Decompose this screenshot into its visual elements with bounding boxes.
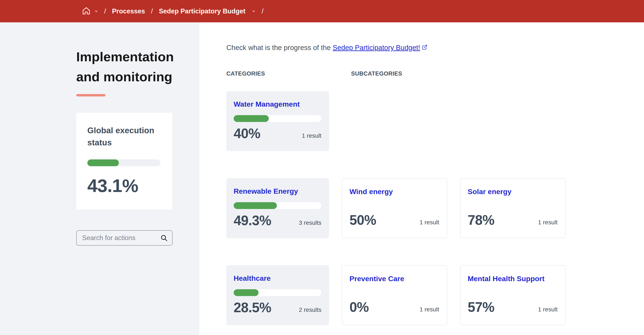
subcategory-card-mental-health-support[interactable]: Mental Health Support 57% 1 result: [460, 265, 566, 325]
category-progress-value: 40%: [234, 126, 260, 141]
subcategory-progress-value: 78%: [468, 212, 494, 228]
search-actions: [76, 230, 172, 246]
breadcrumb-home-link[interactable]: [82, 6, 98, 16]
global-execution-status-card: Global execution status 43.1%: [76, 113, 172, 210]
breadcrumb: / Processes / Sedep Participatory Budget…: [82, 6, 264, 16]
breadcrumb-separator: /: [262, 7, 264, 15]
subcategory-card-wind-energy[interactable]: Wind energy 50% 1 result: [342, 178, 447, 238]
chevron-down-icon[interactable]: [252, 9, 256, 13]
categories-header: CATEGORIES: [226, 70, 265, 77]
category-progress-bar: [234, 289, 321, 296]
global-progress-value: 43.1%: [87, 175, 160, 196]
process-progress-link[interactable]: Sedep Participatory Budget!: [333, 44, 428, 51]
main-content: Check what is the progress of the Sedep …: [199, 22, 644, 335]
category-results-count: 1 result: [302, 132, 321, 141]
category-progress-value: 28.5%: [234, 300, 271, 316]
category-progress-value: 49.3%: [234, 213, 271, 228]
subcategory-results-count: 1 result: [538, 219, 558, 228]
home-icon: [82, 6, 90, 16]
column-headers: CATEGORIES SUBCATEGORIES: [226, 70, 644, 77]
category-card-water-management[interactable]: Water Management 40% 1 result: [226, 91, 329, 151]
chevron-down-icon[interactable]: [94, 9, 98, 13]
subcategory-card-preventive-care[interactable]: Preventive Care 0% 1 result: [342, 265, 447, 325]
intro-prefix: Check what is the progress of the: [226, 44, 333, 51]
subcategory-card-solar-energy[interactable]: Solar energy 78% 1 result: [460, 178, 566, 238]
subcategory-link[interactable]: Preventive Care: [350, 275, 439, 283]
category-link[interactable]: Healthcare: [234, 274, 321, 283]
breadcrumb-current-process-link[interactable]: Sedep Participatory Budget: [159, 7, 246, 15]
intro-text: Check what is the progress of the Sedep …: [226, 44, 644, 52]
intro-link-text: Sedep Participatory Budget!: [333, 44, 420, 51]
subcategory-progress-value: 57%: [468, 299, 494, 315]
search-icon[interactable]: [160, 234, 168, 243]
global-progress-bar: [87, 159, 160, 166]
external-link-icon: [422, 44, 428, 52]
breadcrumb-separator: /: [104, 7, 106, 15]
category-results-count: 3 results: [299, 219, 321, 228]
category-card-renewable-energy[interactable]: Renewable Energy 49.3% 3 results: [226, 178, 329, 238]
global-progress-fill: [87, 159, 119, 166]
category-link[interactable]: Renewable Energy: [234, 187, 321, 195]
subcategory-progress-value: 0%: [350, 299, 369, 315]
category-progress-bar: [234, 202, 321, 209]
subcategory-results-count: 1 result: [420, 219, 439, 228]
breadcrumb-separator: /: [151, 7, 153, 15]
title-underline-decoration: [76, 94, 106, 96]
status-card-title: Global execution status: [87, 124, 160, 149]
category-results-count: 2 results: [299, 307, 321, 316]
subcategory-link[interactable]: Wind energy: [350, 188, 439, 196]
category-card-healthcare[interactable]: Healthcare 28.5% 2 results: [226, 265, 329, 325]
subcategory-results-count: 1 result: [538, 306, 558, 315]
subcategory-link[interactable]: Solar energy: [468, 188, 558, 196]
search-input[interactable]: [76, 230, 172, 246]
categories-grid: Water Management 40% 1 result Renewable …: [226, 91, 644, 325]
category-progress-bar: [234, 115, 321, 122]
category-progress-fill: [234, 115, 269, 122]
subcategories-header: SUBCATEGORIES: [351, 70, 402, 77]
subcategory-progress-value: 50%: [350, 212, 376, 228]
subcategory-results-count: 1 result: [420, 306, 439, 315]
category-progress-fill: [234, 202, 277, 209]
top-navigation-bar: / Processes / Sedep Participatory Budget…: [0, 0, 644, 22]
sidebar: Implementation and monitoring Global exe…: [0, 22, 199, 335]
breadcrumb-processes-link[interactable]: Processes: [112, 7, 145, 15]
page-title: Implementation and monitoring: [76, 47, 178, 87]
subcategory-link[interactable]: Mental Health Support: [468, 275, 558, 283]
category-link[interactable]: Water Management: [234, 100, 321, 108]
category-progress-fill: [234, 289, 258, 296]
